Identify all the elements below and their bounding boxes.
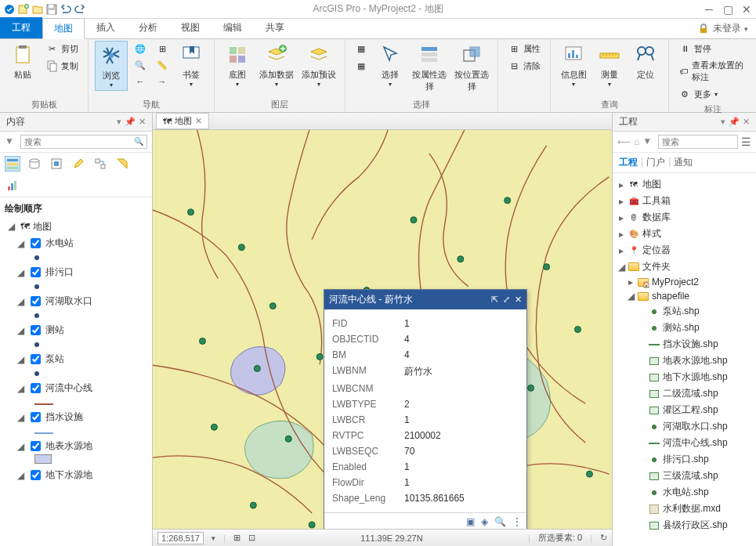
pin-icon[interactable]: 📌 <box>729 117 740 127</box>
tab-view[interactable]: 视图 <box>169 17 212 38</box>
expand-icon[interactable]: ▸ <box>617 212 625 223</box>
pin-icon[interactable]: 📌 <box>125 117 136 127</box>
undo-icon[interactable] <box>60 3 72 16</box>
collapse-icon[interactable]: ◢ <box>17 238 24 249</box>
close-window-icon[interactable]: ✕ <box>740 3 753 16</box>
tab-edit[interactable]: 编辑 <box>212 17 254 38</box>
filter-icon[interactable]: ▼ <box>642 136 655 148</box>
nav-zoom-tool[interactable]: 🔍 <box>131 57 150 73</box>
list-by-chart-icon[interactable] <box>5 178 20 193</box>
project-root-item[interactable]: ▸🧰工具箱 <box>616 193 753 209</box>
toc-layer[interactable]: ◢ 水电站 <box>17 237 147 250</box>
new-project-icon[interactable] <box>17 3 30 16</box>
popup-dock-icon[interactable]: ⇱ <box>491 295 498 305</box>
nav-scale[interactable]: 📏 <box>153 57 172 73</box>
collapse-icon[interactable]: ◢ <box>17 325 24 336</box>
expand-icon[interactable]: ▸ <box>617 229 625 240</box>
project-file[interactable]: 排污口.shp <box>616 451 753 468</box>
layer-visibility-checkbox[interactable] <box>31 470 41 480</box>
select-by-loc-button[interactable]: 按位置选择 <box>452 41 491 94</box>
measure-button[interactable]: 测量▾ <box>593 41 626 89</box>
project-folder[interactable]: ▸🏠MyProject2 <box>616 275 753 289</box>
select-by-attr-button[interactable]: 按属性选择 <box>410 41 449 94</box>
select-button[interactable]: 选择▾ <box>374 41 407 89</box>
popup-expand-icon[interactable]: ⤢ <box>503 295 510 305</box>
project-file[interactable]: 灌区工程.shp <box>616 402 753 418</box>
collapse-icon[interactable]: ◢ <box>8 221 15 232</box>
project-root-item[interactable]: ▸🗺地图 <box>616 176 753 193</box>
tab-insert[interactable]: 插入 <box>85 17 127 38</box>
layer-visibility-checkbox[interactable] <box>31 412 41 422</box>
project-file[interactable]: 三级流域.shp <box>616 468 753 484</box>
expand-icon[interactable]: ▸ <box>617 245 625 256</box>
minimize-icon[interactable]: ─ <box>703 3 715 16</box>
project-file[interactable]: 测站.shp <box>616 320 753 336</box>
toc-layer[interactable]: ◢ 河流中心线 <box>17 381 147 395</box>
collapse-icon[interactable]: ◢ <box>617 262 625 273</box>
layer-visibility-checkbox[interactable] <box>31 354 41 364</box>
layer-visibility-checkbox[interactable] <box>31 267 41 277</box>
list-by-source-icon[interactable] <box>27 156 42 172</box>
content-search-input[interactable] <box>24 137 131 146</box>
popup-menu-icon[interactable]: ⋮ <box>512 516 522 527</box>
project-tab-project[interactable]: 工程 <box>619 156 638 169</box>
add-data-button[interactable]: 添加数据▾ <box>257 41 296 89</box>
copy-button[interactable]: 复制 <box>42 58 81 74</box>
project-folders-item[interactable]: ◢文件夹 <box>616 259 753 275</box>
scale-input[interactable]: 1:268,517 <box>157 532 204 544</box>
project-file[interactable]: 挡水设施.shp <box>616 336 753 353</box>
expand-icon[interactable]: ▸ <box>617 196 625 207</box>
save-project-icon[interactable] <box>45 3 58 16</box>
pause-label-button[interactable]: ⏸暂停 <box>675 41 750 56</box>
menu-icon[interactable]: ☰ <box>741 136 751 148</box>
toc-layer[interactable]: ◢ 挡水设施 <box>17 410 147 424</box>
list-by-drawing-order-icon[interactable] <box>5 156 20 172</box>
redo-icon[interactable] <box>74 3 86 16</box>
more-label-button[interactable]: ⚙更多▾ <box>675 86 750 102</box>
tab-map[interactable]: 地图 <box>42 18 85 39</box>
paste-button[interactable]: 粘贴 <box>6 41 39 82</box>
layer-visibility-checkbox[interactable] <box>31 296 41 306</box>
toc-layer[interactable]: ◢ 排污口 <box>17 266 147 279</box>
layer-visibility-checkbox[interactable] <box>31 238 41 248</box>
view-unplaced-button[interactable]: 🏷查看未放置的标注 <box>675 58 750 85</box>
project-file[interactable]: 地表水源地.shp <box>616 353 753 369</box>
login-button[interactable]: 未登录 ▾ <box>689 19 756 38</box>
project-search-input[interactable] <box>658 135 738 149</box>
maximize-icon[interactable]: ▢ <box>722 3 734 16</box>
collapse-icon[interactable]: ◢ <box>17 441 24 452</box>
tab-share[interactable]: 共享 <box>254 17 296 38</box>
layer-visibility-checkbox[interactable] <box>31 441 41 451</box>
close-pane-icon[interactable]: ✕ <box>139 117 146 127</box>
nav-prev[interactable]: ← <box>131 74 150 89</box>
project-file[interactable]: 地下水源地.shp <box>616 369 753 385</box>
project-file[interactable]: 水电站.shp <box>616 484 753 501</box>
nav-next[interactable]: → <box>153 74 172 89</box>
collapse-icon[interactable]: ◢ <box>17 267 24 278</box>
project-root-item[interactable]: ▸🛢数据库 <box>616 209 753 226</box>
nav-fixed-zoom[interactable]: ⊞ <box>153 41 172 56</box>
project-file[interactable]: 河流中心线.shp <box>616 435 753 451</box>
auto-hide-icon[interactable]: ▾ <box>721 117 725 127</box>
tab-analysis[interactable]: 分析 <box>127 17 169 38</box>
list-by-snapping-icon[interactable] <box>92 156 108 172</box>
collapse-icon[interactable]: ◢ <box>17 296 24 307</box>
clear-selection-button[interactable]: ⊟清除 <box>505 58 544 74</box>
app-menu-icon[interactable] <box>3 3 16 16</box>
popup-close-icon[interactable]: ✕ <box>515 295 522 305</box>
map-view-tab[interactable]: 🗺 地图 ✕ <box>156 113 209 129</box>
collapse-icon[interactable]: ◢ <box>17 354 24 365</box>
toc-layer[interactable]: ◢ 测站 <box>17 324 147 337</box>
close-tab-icon[interactable]: ✕ <box>195 116 202 126</box>
tab-file[interactable]: 工程 <box>0 17 42 38</box>
select-rect[interactable]: ▦ <box>352 41 371 56</box>
open-project-icon[interactable] <box>31 3 44 16</box>
basemap-button[interactable]: 底图▾ <box>221 41 254 89</box>
project-file[interactable]: 县级行政区.shp <box>616 517 753 533</box>
infographics-button[interactable]: 信息图▾ <box>557 41 590 89</box>
nav-full-extent[interactable]: 🌐 <box>131 41 150 56</box>
project-file[interactable]: 二级流域.shp <box>616 385 753 402</box>
scale-tool-icon[interactable]: ⊞ <box>233 533 241 543</box>
toc-layer[interactable]: ◢ 地表水源地 <box>17 439 147 453</box>
filter-icon[interactable]: ▼ <box>5 136 17 148</box>
